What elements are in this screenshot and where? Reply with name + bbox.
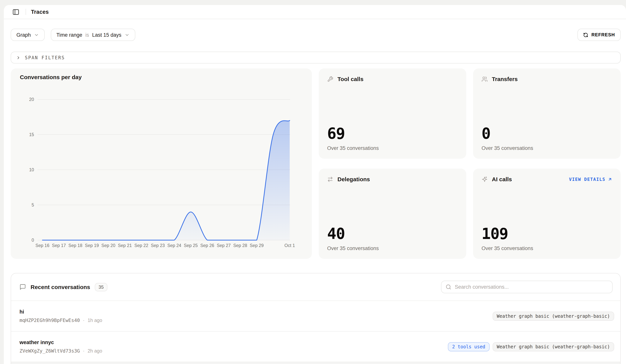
time-range-filter-button[interactable]: Time range is Last 15 days (51, 29, 135, 41)
conversation-timestamp: 1h ago (87, 318, 102, 323)
recent-conversations-header: Recent conversations 35 (11, 273, 620, 301)
stat-card-tool-calls: Tool calls 69 Over 35 conversations (319, 68, 466, 159)
svg-text:10: 10 (29, 167, 34, 172)
conversation-timestamp: 2h ago (87, 348, 102, 354)
svg-text:Sep 17: Sep 17 (52, 243, 66, 248)
svg-text:Sep 22: Sep 22 (134, 243, 148, 248)
agent-badge: Weather graph basic (weather-graph-basic… (493, 342, 614, 351)
svg-text:Oct 1: Oct 1 (284, 243, 295, 248)
main-content: Graph Time range is Last 15 days (4, 29, 626, 364)
svg-text:Sep 18: Sep 18 (68, 243, 82, 248)
metrics-grid: Conversations per day 05101520Sep 16Sep … (11, 68, 621, 259)
stat-card-title: AI calls (492, 176, 512, 182)
chevron-down-icon (34, 32, 39, 37)
next-row-peek (11, 362, 620, 364)
svg-text:Sep 16: Sep 16 (36, 243, 49, 248)
app-root: Traces Graph Time range is Last 15 days (0, 0, 626, 364)
main-window: Traces Graph Time range is Last 15 days (4, 5, 626, 364)
chevron-down-icon (124, 32, 129, 37)
svg-text:20: 20 (29, 97, 34, 102)
divider (26, 9, 26, 15)
conversations-chart-card: Conversations per day 05101520Sep 16Sep … (11, 68, 312, 259)
stat-card-caption: Over 35 conversations (327, 145, 458, 151)
top-bar: Traces (4, 5, 626, 19)
search-conversations-box (441, 281, 613, 293)
recent-conversations-title: Recent conversations (31, 284, 90, 290)
svg-text:Sep 25: Sep 25 (184, 243, 198, 248)
users-icon (481, 76, 488, 82)
recent-conversations-card: Recent conversations 35 hi mqHZP2EGh9h9B… (11, 273, 621, 364)
search-icon (446, 284, 451, 290)
stat-card-caption: Over 35 conversations (481, 145, 612, 151)
stat-card-title: Tool calls (337, 76, 363, 82)
view-details-link[interactable]: VIEW DETAILS (569, 176, 612, 182)
conversation-row[interactable]: weather innyc ZVeWXgZy_Z6WltVd73s3G · 2h… (11, 331, 620, 362)
conversation-row[interactable]: hi mqHZP2EGh9h9BpFEwEs40 · 1h ago Weathe… (11, 301, 620, 331)
stat-card-value: 109 (481, 226, 612, 241)
search-conversations-input[interactable] (455, 284, 608, 290)
conversation-title: weather innyc (19, 340, 102, 345)
conversation-title: hi (19, 309, 102, 315)
stat-card-ai-calls: AI calls VIEW DETAILS 109 Over 35 conver… (473, 169, 621, 259)
swap-arrows-icon (327, 176, 333, 182)
time-range-operator: is (85, 32, 89, 38)
conversation-id: ZVeWXgZy_Z6WltVd73s3G (19, 348, 80, 354)
stat-card-title: Transfers (492, 76, 518, 82)
view-details-label: VIEW DETAILS (569, 176, 605, 182)
stat-card-delegations: Delegations 40 Over 35 conversations (319, 169, 466, 259)
stat-card-caption: Over 35 conversations (327, 245, 458, 251)
time-range-value: Last 15 days (92, 32, 121, 38)
chevron-right-icon (16, 55, 21, 60)
time-range-field: Time range (56, 32, 82, 38)
agent-badge: Weather graph basic (weather-graph-basic… (493, 311, 614, 321)
refresh-button[interactable]: REFRESH (578, 29, 621, 41)
arrow-up-right-icon (608, 177, 612, 181)
view-selector-button[interactable]: Graph (11, 29, 44, 41)
stat-card-transfers: Transfers 0 Over 35 conversations (473, 68, 621, 159)
svg-text:Sep 28: Sep 28 (233, 243, 247, 248)
dot-separator: · (83, 348, 84, 354)
svg-text:Sep 24: Sep 24 (167, 243, 181, 248)
svg-text:Sep 29: Sep 29 (250, 243, 264, 248)
svg-text:Sep 27: Sep 27 (217, 243, 231, 248)
svg-text:Sep 19: Sep 19 (85, 243, 99, 248)
svg-text:Sep 23: Sep 23 (151, 243, 165, 248)
svg-text:0: 0 (32, 238, 34, 243)
stat-card-title: Delegations (337, 176, 370, 182)
view-selector-label: Graph (16, 32, 31, 38)
span-filters-label: SPAN FILTERS (25, 55, 65, 60)
tools-used-badge: 2 tools used (448, 342, 489, 351)
refresh-label: REFRESH (591, 32, 615, 38)
refresh-icon (583, 32, 588, 37)
stat-card-value: 69 (327, 126, 458, 141)
svg-text:Sep 26: Sep 26 (200, 243, 214, 248)
wrench-icon (327, 76, 333, 82)
sidebar-toggle-button[interactable] (11, 7, 21, 17)
svg-text:15: 15 (29, 132, 34, 137)
page-title: Traces (31, 9, 49, 15)
filter-toolbar: Graph Time range is Last 15 days (11, 29, 621, 41)
stat-card-caption: Over 35 conversations (481, 245, 612, 251)
stat-card-value: 0 (481, 126, 612, 141)
chat-bubble-icon (19, 284, 26, 290)
svg-text:Sep 21: Sep 21 (118, 243, 132, 248)
conversation-count-badge: 35 (95, 283, 108, 291)
conversation-id: mqHZP2EGh9h9BpFEwEs40 (19, 317, 80, 323)
svg-text:Sep 20: Sep 20 (101, 243, 116, 248)
sparkles-icon (481, 176, 488, 182)
span-filters-expander[interactable]: SPAN FILTERS (11, 52, 621, 63)
dot-separator: · (83, 318, 84, 323)
sidebar-panel-icon (12, 8, 19, 15)
svg-text:5: 5 (32, 202, 34, 207)
conversations-chart: 05101520Sep 16Sep 17Sep 18Sep 19Sep 20Se… (11, 68, 312, 259)
stat-card-value: 40 (327, 226, 458, 241)
